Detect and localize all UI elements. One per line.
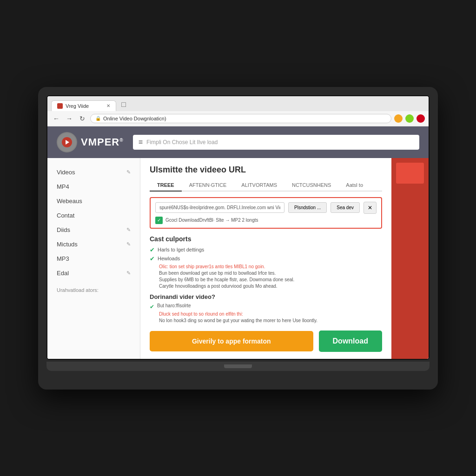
back-button[interactable]: ← xyxy=(51,113,61,124)
search-button[interactable]: Sea dev xyxy=(331,202,360,213)
qa-text-1: But haro:ffisolrte xyxy=(157,303,191,308)
feature-list-item-3: Supplies by 6MB to be the hcaple flstr, … xyxy=(159,277,382,282)
close-window-button[interactable] xyxy=(416,114,425,123)
qa-check-icon: ✔ xyxy=(150,304,154,310)
feature-list-item-4: Carytle hnovolloadings a post odurviood … xyxy=(159,284,382,289)
url-checkbox[interactable]: ✓ xyxy=(155,217,163,224)
address-bar[interactable]: 🔒 Online Video Dowgnloaticn) xyxy=(90,114,391,123)
qa-list-item-2: No lon hook3 ding so wond be gut your wa… xyxy=(159,318,382,323)
screen: Vreg Viide ✕ □ ← → ↻ 🔒 Online Video Dowg… xyxy=(46,95,430,360)
sidebar-item-mp3[interactable]: MP3 xyxy=(47,251,140,266)
sidebar-item-contat[interactable]: Contat xyxy=(47,208,140,223)
tab-nctcusnhens[interactable]: NCTCUSNHENS xyxy=(284,179,338,192)
browser-chrome: Vreg Viide ✕ □ xyxy=(47,96,429,111)
feature-item-2: ✔ Hewloads xyxy=(150,255,382,262)
minimize-button[interactable] xyxy=(394,114,403,123)
tab-close-button[interactable]: ✕ xyxy=(106,103,110,108)
tab-favicon xyxy=(57,103,63,109)
features-title: Cast culports xyxy=(150,235,382,243)
tab-alitvortams[interactable]: ALITVORTAMS xyxy=(234,179,284,192)
right-panel xyxy=(391,158,429,359)
refresh-button[interactable]: ↻ xyxy=(77,113,87,124)
lock-icon: 🔒 xyxy=(95,116,101,121)
browser-tab[interactable]: Vreg Viide ✕ xyxy=(51,100,116,111)
laptop-bottom xyxy=(46,362,430,371)
logo-area: VMPER® xyxy=(57,132,124,152)
download-button[interactable]: Download xyxy=(319,331,382,352)
sidebar-item-mp4[interactable]: MP4 xyxy=(47,179,140,194)
tabs-bar: TREEE AFTENN·GTICE ALITVORTAMS NCTCUSNHE… xyxy=(150,179,382,192)
feature-list-item-1: Olic: tion set ship praver1s anto tles M… xyxy=(159,264,382,269)
sidebar-item-webeaus[interactable]: Webeaus xyxy=(47,194,140,208)
qa-title: Dorinandi vider video? xyxy=(150,293,382,300)
video-thumbnail xyxy=(396,163,424,184)
feature-list: Olic: tion set ship praver1s anto tles M… xyxy=(159,264,382,289)
paste-button[interactable]: Plsndstion ... xyxy=(288,202,327,213)
site-body: Videos ✎ MP4 Webeaus Contat Diids ✎ Mict xyxy=(47,158,429,359)
clear-button[interactable]: ✕ xyxy=(364,202,377,214)
forward-button[interactable]: → xyxy=(64,113,74,124)
sidebar-item-edal[interactable]: Edal ✎ xyxy=(47,266,140,280)
bottom-buttons: Giverily to appe formaton Download xyxy=(150,331,382,352)
laptop-notch xyxy=(224,364,252,368)
feature-item-1: ✔ Harls to lget dettings xyxy=(150,246,382,253)
feature-check-icon-1: ✔ xyxy=(150,246,155,253)
new-tab-button[interactable]: □ xyxy=(118,99,129,110)
url-desc-text: Gcocl DownloadDrvftBl· Slte → MP2 2 long… xyxy=(165,218,258,223)
url-input[interactable] xyxy=(155,202,284,213)
logo-text: VMPER® xyxy=(81,136,124,148)
tab-treee[interactable]: TREEE xyxy=(150,179,182,192)
laptop-frame: Vreg Viide ✕ □ ← → ↻ 🔒 Online Video Dowg… xyxy=(38,87,438,390)
feature-list-item-2: Bun been download get use bp mid to bowl… xyxy=(159,271,382,276)
play-triangle-icon xyxy=(66,140,69,145)
tab-aftenn[interactable]: AFTENN·GTICE xyxy=(182,179,234,192)
sidebar-item-diids[interactable]: Diids ✎ xyxy=(47,223,140,237)
main-content: Ulsmitte the videeo URL TREEE AFTENN·GTI… xyxy=(140,158,391,359)
tab-aatsl[interactable]: Aatsl to xyxy=(338,179,370,192)
hamburger-icon[interactable]: ≡ xyxy=(139,138,143,146)
maximize-button[interactable] xyxy=(405,114,414,123)
url-input-row: Plsndstion ... Sea dev ✕ xyxy=(155,202,377,214)
url-input-section: Plsndstion ... Sea dev ✕ ✓ Gcocl Downloa… xyxy=(150,197,382,229)
sidebar-item-videos[interactable]: Videos ✎ xyxy=(47,165,140,179)
tab-bar: Vreg Viide ✕ □ xyxy=(51,99,425,111)
tab-title: Vreg Viide xyxy=(66,103,89,109)
qa-item-1: ✔ But haro:ffisolrte xyxy=(150,303,382,310)
logo-play-button xyxy=(62,137,72,147)
search-placeholder-text: Fimpli On Chose Lit Ilve load xyxy=(146,139,218,145)
feature-text-2: Hewloads xyxy=(158,256,180,261)
url-checkbox-row: ✓ Gcocl DownloadDrvftBl· Slte → MP2 2 lo… xyxy=(155,217,377,224)
logo-icon xyxy=(57,132,77,152)
site-header: VMPER® ≡ Fimpli On Chose Lit Ilve load xyxy=(47,126,429,158)
feature-text-1: Harls to lget dettings xyxy=(158,247,204,252)
sidebar-section-label: Urahvatload ators: xyxy=(47,280,140,295)
sidebar: Videos ✎ MP4 Webeaus Contat Diids ✎ Mict xyxy=(47,158,140,359)
address-text: Online Video Dowgnloaticn) xyxy=(103,116,166,121)
page-title: Ulsmitte the videeo URL xyxy=(150,165,382,175)
header-search[interactable]: ≡ Fimpli On Chose Lit Ilve load xyxy=(133,135,419,150)
qa-list-item-1: Dluck sed houpt to so rlound on elfitn t… xyxy=(159,311,382,317)
browser-toolbar: ← → ↻ 🔒 Online Video Dowgnloaticn) xyxy=(47,111,429,126)
feature-check-icon-2: ✔ xyxy=(150,255,155,262)
orange-cta-button[interactable]: Giverily to appe formaton xyxy=(150,331,313,351)
sidebar-item-mictuds[interactable]: Mictuds ✎ xyxy=(47,237,140,251)
